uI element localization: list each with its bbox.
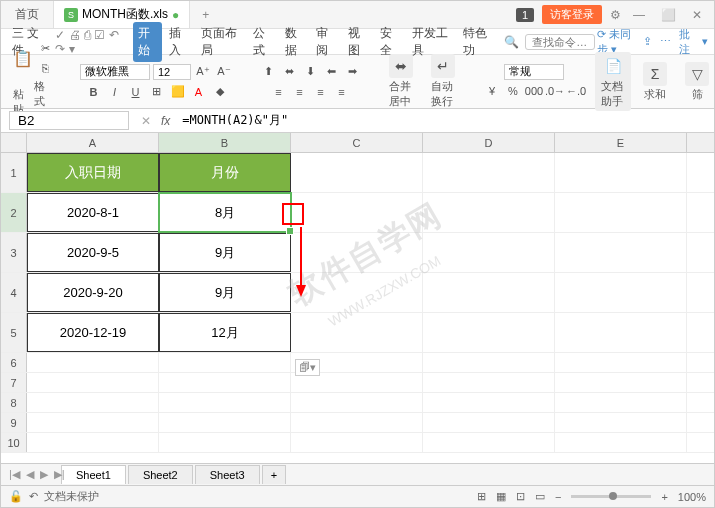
- col-header-a[interactable]: A: [27, 133, 159, 152]
- formula-input[interactable]: =MONTH(A2)&"月": [176, 111, 714, 130]
- row-header-8[interactable]: 8: [1, 393, 27, 412]
- view-read-icon[interactable]: ▭: [535, 490, 545, 503]
- fx-icon[interactable]: fx: [155, 114, 176, 128]
- cell-b2-active[interactable]: 8月: [159, 193, 291, 232]
- align-top-icon[interactable]: ⬆: [259, 63, 277, 81]
- row-header-6[interactable]: 6: [1, 353, 27, 372]
- sheet-nav-first-icon[interactable]: |◀: [9, 468, 20, 481]
- number-format-select[interactable]: [504, 64, 564, 80]
- col-header-d[interactable]: D: [423, 133, 555, 152]
- more-icon[interactable]: ⋯: [660, 35, 671, 48]
- row-header-5[interactable]: 5: [1, 313, 27, 352]
- cell-b5[interactable]: 12月: [159, 313, 291, 352]
- merge-center-button[interactable]: ⬌ 合并居中: [383, 52, 419, 111]
- tab-data[interactable]: 数据: [280, 22, 310, 62]
- align-center-icon[interactable]: ≡: [291, 83, 309, 101]
- notification-badge[interactable]: 1: [516, 8, 534, 22]
- view-break-icon[interactable]: ⊡: [516, 490, 525, 503]
- col-header-c[interactable]: C: [291, 133, 423, 152]
- quick-access[interactable]: ✓ 🖨 ⎙ ☑ ↶ ↷ ▾: [51, 28, 130, 56]
- close-button[interactable]: ✕: [688, 8, 706, 22]
- row-header-9[interactable]: 9: [1, 413, 27, 432]
- sheet-tab-1[interactable]: Sheet1: [61, 465, 126, 484]
- view-page-icon[interactable]: ▦: [496, 490, 506, 503]
- chevron-down-icon[interactable]: ▾: [702, 35, 708, 48]
- align-left-icon[interactable]: ≡: [270, 83, 288, 101]
- row-header-1[interactable]: 1: [1, 153, 27, 192]
- align-middle-icon[interactable]: ⬌: [280, 63, 298, 81]
- tab-view[interactable]: 视图: [343, 22, 373, 62]
- sheet-nav-last-icon[interactable]: ▶|: [54, 468, 65, 481]
- row-header-2[interactable]: 2: [1, 193, 27, 232]
- cell-a2[interactable]: 2020-8-1: [27, 193, 159, 232]
- autofill-options-icon[interactable]: 🗐▾: [295, 359, 320, 376]
- settings-icon[interactable]: ⚙: [610, 8, 621, 22]
- fill-color-icon[interactable]: 🟨: [169, 83, 187, 101]
- view-normal-icon[interactable]: ⊞: [477, 490, 486, 503]
- sheet-tab-3[interactable]: Sheet3: [195, 465, 260, 484]
- currency-icon[interactable]: ¥: [483, 82, 501, 100]
- font-name-select[interactable]: [80, 64, 150, 80]
- sheet-nav-prev-icon[interactable]: ◀: [26, 468, 34, 481]
- tab-start[interactable]: 开始: [133, 22, 163, 62]
- align-bottom-icon[interactable]: ⬇: [301, 63, 319, 81]
- back-icon[interactable]: ↶: [29, 490, 38, 503]
- cell-a3[interactable]: 2020-9-5: [27, 233, 159, 272]
- tab-layout[interactable]: 页面布局: [196, 22, 246, 62]
- header-month[interactable]: 月份: [159, 153, 291, 192]
- add-sheet-button[interactable]: +: [262, 465, 286, 484]
- cell-a5[interactable]: 2020-12-19: [27, 313, 159, 352]
- highlight-icon[interactable]: ◆: [211, 83, 229, 101]
- select-all-corner[interactable]: [1, 133, 27, 152]
- col-header-e[interactable]: E: [555, 133, 687, 152]
- row-header-10[interactable]: 10: [1, 433, 27, 452]
- decrease-font-icon[interactable]: A⁻: [215, 63, 233, 81]
- new-tab-button[interactable]: +: [190, 8, 221, 22]
- share-icon[interactable]: ⇪: [643, 35, 652, 48]
- indent-right-icon[interactable]: ➡: [343, 63, 361, 81]
- bold-icon[interactable]: B: [85, 83, 103, 101]
- header-date[interactable]: 入职日期: [27, 153, 159, 192]
- cell-a4[interactable]: 2020-9-20: [27, 273, 159, 312]
- command-search[interactable]: [525, 34, 595, 50]
- zoom-in-icon[interactable]: +: [661, 491, 667, 503]
- filter-button[interactable]: ▽ 筛: [679, 60, 715, 104]
- border-icon[interactable]: ⊞: [148, 83, 166, 101]
- align-right-icon[interactable]: ≡: [312, 83, 330, 101]
- row-header-4[interactable]: 4: [1, 273, 27, 312]
- italic-icon[interactable]: I: [106, 83, 124, 101]
- tab-review[interactable]: 审阅: [311, 22, 341, 62]
- justify-icon[interactable]: ≡: [333, 83, 351, 101]
- auto-wrap-button[interactable]: ↵ 自动换行: [425, 52, 461, 111]
- cut-icon[interactable]: ✂: [36, 39, 54, 57]
- sheet-nav-next-icon[interactable]: ▶: [40, 468, 48, 481]
- protect-icon[interactable]: 🔓: [9, 490, 23, 503]
- cell-b3[interactable]: 9月: [159, 233, 291, 272]
- tab-insert[interactable]: 插入: [164, 22, 194, 62]
- sum-button[interactable]: Σ 求和: [637, 60, 673, 104]
- fill-handle[interactable]: [286, 227, 294, 235]
- font-color-icon[interactable]: A: [190, 83, 208, 101]
- zoom-level[interactable]: 100%: [678, 491, 706, 503]
- col-header-b[interactable]: B: [159, 133, 291, 152]
- decimal-dec-icon[interactable]: ←.0: [567, 82, 585, 100]
- zoom-slider[interactable]: [571, 495, 651, 498]
- underline-icon[interactable]: U: [127, 83, 145, 101]
- percent-icon[interactable]: %: [504, 82, 522, 100]
- zoom-out-icon[interactable]: −: [555, 491, 561, 503]
- cell-b4[interactable]: 9月: [159, 273, 291, 312]
- row-header-3[interactable]: 3: [1, 233, 27, 272]
- sheet-tab-2[interactable]: Sheet2: [128, 465, 193, 484]
- cell-reference-input[interactable]: [9, 111, 129, 130]
- comma-icon[interactable]: 000: [525, 82, 543, 100]
- paste-icon[interactable]: 📋: [13, 48, 33, 68]
- increase-font-icon[interactable]: A⁺: [194, 63, 212, 81]
- minimize-button[interactable]: —: [629, 8, 649, 22]
- maximize-button[interactable]: ⬜: [657, 8, 680, 22]
- indent-left-icon[interactable]: ⬅: [322, 63, 340, 81]
- row-header-7[interactable]: 7: [1, 373, 27, 392]
- font-size-select[interactable]: [153, 64, 191, 80]
- decimal-inc-icon[interactable]: .0→: [546, 82, 564, 100]
- fx-cancel-icon[interactable]: ✕: [137, 114, 155, 128]
- copy-icon[interactable]: ⎘: [36, 59, 54, 77]
